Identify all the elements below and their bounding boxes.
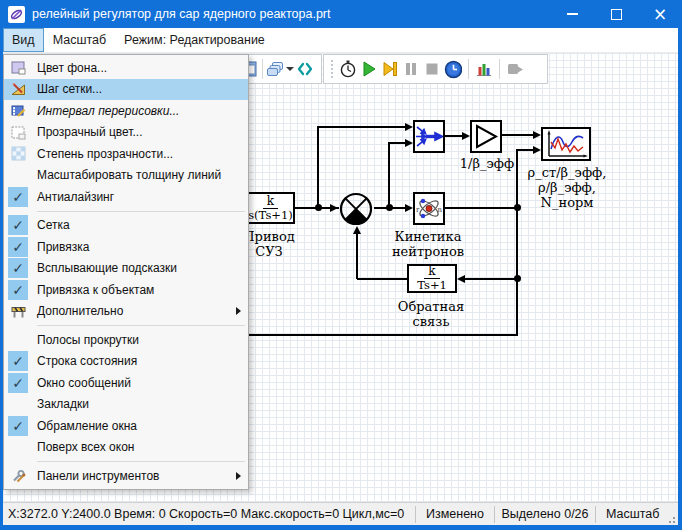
kinetics-block[interactable]: r n: [413, 192, 445, 225]
plot-label: ρ_ст/β_эфф, ρ/β_эфф, N_норм: [508, 165, 626, 210]
minimize-button[interactable]: [550, 0, 594, 28]
check-icon: [8, 215, 28, 235]
sum-junction-block[interactable]: [339, 192, 373, 230]
stopwatch-icon[interactable]: [339, 60, 357, 78]
chart-icon[interactable]: [475, 60, 493, 78]
menu-item-opacity[interactable]: Степень прозрачности...: [4, 143, 248, 165]
menu-item-message-window[interactable]: Окно сообщений: [4, 372, 248, 394]
tools-icon: [8, 466, 28, 486]
status-modified: Изменено: [415, 506, 494, 523]
transfer-function: k Ts+1: [409, 266, 455, 291]
status-selection: Выделено 0/26: [494, 506, 595, 523]
menu-item-status-bar[interactable]: Строка состояния: [4, 351, 248, 373]
actuator-block[interactable]: k s(Ts+1): [246, 192, 295, 224]
wire[interactable]: [388, 142, 390, 209]
menu-separator: [37, 325, 245, 326]
wire[interactable]: [357, 278, 407, 280]
menu-item-redraw-interval[interactable]: Интервал перерисовки...: [4, 100, 248, 122]
menu-item-grid-step[interactable]: Шаг сетки...: [4, 79, 248, 101]
menu-item-transparent-color[interactable]: Прозрачный цвет...: [4, 122, 248, 144]
titlebar[interactable]: релейный регулятор для сар ядерного реак…: [0, 0, 682, 28]
svg-text:r: r: [416, 206, 420, 214]
menubar-item-mode[interactable]: Режим: Редактирование: [115, 28, 274, 52]
menu-item-always-on-top[interactable]: Поверх всех окон: [4, 437, 248, 459]
window-border-right: [678, 28, 682, 530]
gain-triangle-icon: [472, 122, 500, 151]
check-icon: [8, 373, 28, 393]
app-window: { "window": { "title": "релейный регулят…: [0, 0, 682, 530]
arrowhead: [533, 131, 541, 139]
menu-item-bg-color[interactable]: Цвет фона...: [4, 57, 248, 79]
redraw-interval-icon: [8, 101, 28, 121]
barrier-icon: [8, 301, 28, 321]
menubar-item-view[interactable]: Вид: [3, 28, 44, 52]
play-icon[interactable]: [360, 60, 378, 78]
submenu-arrow-icon: [236, 307, 241, 315]
menu-item-window-frame[interactable]: Обрамление окна: [4, 415, 248, 437]
feedback-block[interactable]: k Ts+1: [407, 264, 457, 293]
gain-block[interactable]: [470, 120, 502, 153]
code-icon[interactable]: [296, 60, 314, 78]
close-button[interactable]: ×: [638, 0, 682, 28]
mux-block[interactable]: [413, 120, 445, 153]
wire[interactable]: [502, 134, 533, 136]
timer-icon[interactable]: [444, 60, 462, 78]
grid-step-icon: [8, 79, 28, 99]
toolbar-drag-handle[interactable]: [331, 60, 333, 78]
app-icon: [8, 6, 25, 23]
menubar-item-scale[interactable]: Масштаб: [44, 28, 115, 52]
plot-block[interactable]: [541, 127, 591, 161]
statusbar: X:3272.0 Y:2400.0 Время: 0 Скорость=0 Ма…: [3, 502, 678, 525]
junction-dot: [386, 204, 393, 211]
resize-grip[interactable]: [668, 514, 677, 523]
export-icon[interactable]: [506, 60, 524, 78]
menu-item-grid[interactable]: Сетка: [4, 215, 248, 237]
menu-item-snap-to-objects[interactable]: Привязка к объектам: [4, 279, 248, 301]
check-icon: [8, 280, 28, 300]
plot-curves-icon: [543, 129, 589, 159]
toolbar-group-file: [238, 54, 322, 84]
tf-numerator: k: [424, 265, 439, 279]
wire[interactable]: [465, 278, 517, 280]
maximize-button[interactable]: [594, 0, 638, 28]
junction-dot: [315, 204, 322, 211]
menu-item-bookmarks[interactable]: Закладки: [4, 394, 248, 416]
wire[interactable]: [317, 126, 405, 128]
maximize-icon: [611, 9, 622, 20]
arrowhead: [405, 204, 413, 212]
stop-icon[interactable]: [423, 60, 441, 78]
transparent-color-icon: [8, 122, 28, 142]
toolbar-separator: [499, 59, 500, 79]
feedback-label: Обратная связь: [381, 299, 481, 329]
wire[interactable]: [445, 135, 462, 137]
menu-item-snap[interactable]: Привязка: [4, 236, 248, 258]
arrowhead: [457, 275, 465, 283]
check-icon: [8, 237, 28, 257]
menu-item-toolbars[interactable]: Панели инструментов: [4, 465, 248, 487]
wire[interactable]: [356, 233, 358, 279]
menu-item-antialiasing[interactable]: Антиалайзинг: [4, 186, 248, 208]
wire[interactable]: [388, 142, 405, 144]
menu-item-scrollbars[interactable]: Полосы прокрутки: [4, 329, 248, 351]
wire[interactable]: [516, 149, 533, 151]
window-border-bottom: [0, 525, 682, 530]
menu-item-tooltips[interactable]: Всплывающие подсказки: [4, 258, 248, 280]
wire[interactable]: [317, 126, 319, 209]
kinetics-label: Кинетика нейтронов: [377, 229, 479, 259]
wire[interactable]: [445, 207, 517, 209]
dropdown-arrow-icon[interactable]: [286, 67, 294, 71]
menu-separator: [37, 211, 245, 212]
tf-numerator: k: [263, 195, 278, 209]
layers-icon[interactable]: [266, 60, 284, 78]
menu-item-advanced[interactable]: Дополнительно: [4, 301, 248, 323]
check-icon: [8, 187, 28, 207]
pause-icon[interactable]: [402, 60, 420, 78]
check-icon: [8, 258, 28, 278]
window-title: релейный регулятор для сар ядерного реак…: [32, 7, 550, 21]
view-menu: Цвет фона... Шаг сетки... Интервал перер…: [3, 54, 249, 490]
arrowhead: [405, 139, 413, 147]
menu-item-scale-line-width[interactable]: Масштабировать толщину линий: [4, 165, 248, 187]
close-icon: ×: [653, 6, 667, 23]
wire[interactable]: [246, 334, 518, 336]
play-to-end-icon[interactable]: [381, 60, 399, 78]
